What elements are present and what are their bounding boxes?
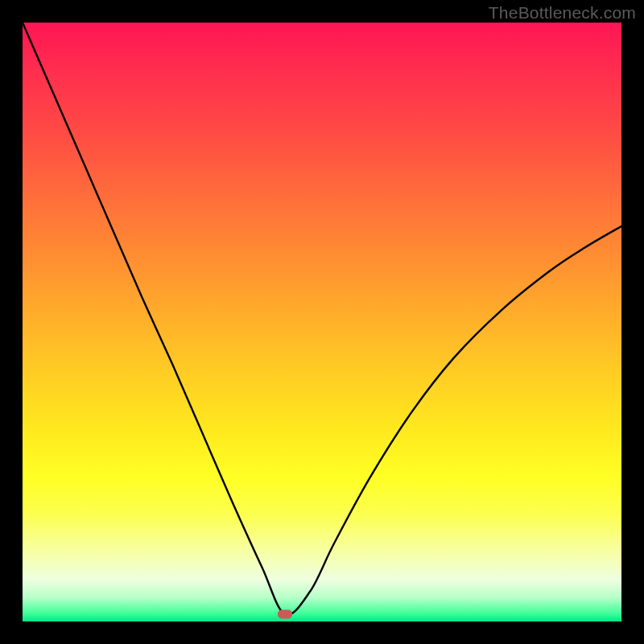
curve-path <box>23 23 621 615</box>
bottleneck-curve <box>23 23 621 621</box>
chart-frame: TheBottleneck.com <box>0 0 644 644</box>
plot-area <box>23 23 621 621</box>
minimum-marker <box>278 610 292 619</box>
watermark-text: TheBottleneck.com <box>489 3 636 23</box>
